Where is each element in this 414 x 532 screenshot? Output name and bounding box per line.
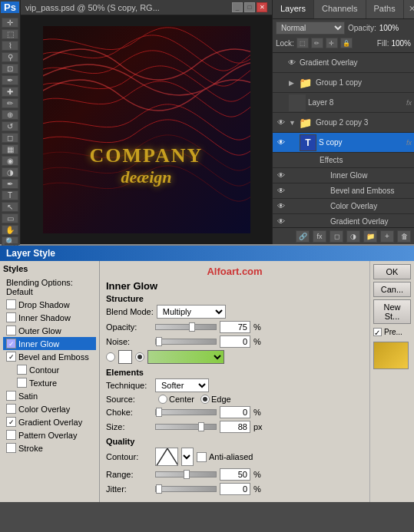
pen-tool[interactable]: ✒ — [2, 179, 18, 189]
eyedropper-tool[interactable]: ✒ — [2, 75, 18, 85]
eye-icon[interactable]: 👁 — [286, 57, 298, 69]
tab-paths[interactable]: Paths — [366, 0, 404, 18]
tab-channels[interactable]: Channels — [314, 0, 366, 18]
gradient-tool[interactable]: ▦ — [2, 144, 18, 154]
jitter-thumb[interactable] — [156, 484, 162, 494]
choke-input[interactable] — [220, 406, 250, 418]
opacity-thumb[interactable] — [189, 322, 195, 332]
style-item-outer-glow[interactable]: Outer Glow — [3, 324, 96, 337]
contour-picker[interactable] — [155, 448, 178, 466]
new-group-button[interactable]: 📁 — [363, 230, 377, 243]
shape-tool[interactable]: ▭ — [2, 213, 18, 223]
new-style-button[interactable]: New St... — [373, 299, 411, 324]
edge-radio[interactable] — [200, 395, 210, 404]
list-item[interactable]: 👁 Inner Glow — [273, 168, 414, 183]
list-item[interactable]: 👁 Bevel and Emboss — [273, 183, 414, 199]
inner-glow-checkbox[interactable]: ✓ — [6, 339, 16, 349]
jitter-input[interactable] — [220, 483, 250, 495]
style-item-bevel[interactable]: ✓ Bevel and Emboss — [3, 350, 96, 363]
restore-button[interactable]: □ — [244, 2, 255, 12]
brush-tool[interactable]: ✏ — [2, 98, 18, 108]
gradient-radio[interactable] — [135, 352, 144, 362]
blend-mode-select[interactable]: Normal Multiply Screen — [276, 21, 345, 35]
source-center-option[interactable]: Center — [158, 395, 194, 404]
list-item[interactable]: 👁 Color Overlay — [273, 199, 414, 214]
lasso-tool[interactable]: ⌇ — [2, 41, 18, 51]
list-item[interactable]: 👁 Gradient Overlay — [273, 53, 414, 73]
style-item-pattern-overlay[interactable]: Pattern Overlay — [3, 428, 96, 441]
style-item-contour[interactable]: Contour — [3, 363, 96, 376]
pattern-overlay-checkbox[interactable] — [6, 430, 16, 440]
lock-paint[interactable]: ✏ — [311, 38, 323, 48]
blend-mode-dropdown[interactable]: Multiply Normal Screen — [157, 305, 226, 319]
style-item-texture[interactable]: Texture — [3, 376, 96, 389]
texture-checkbox[interactable] — [17, 378, 27, 388]
range-thumb[interactable] — [184, 470, 190, 479]
lock-transparency[interactable]: ⬚ — [296, 38, 309, 48]
eye-icon[interactable] — [275, 154, 287, 167]
new-layer-button[interactable]: + — [380, 230, 394, 243]
minimize-button[interactable]: _ — [232, 2, 243, 12]
select-tool[interactable]: ⬚ — [2, 29, 18, 39]
style-item-drop-shadow[interactable]: Drop Shadow — [3, 298, 96, 311]
link-layers-button[interactable]: 🔗 — [296, 230, 310, 243]
background-color[interactable] — [5, 243, 20, 245]
range-slider[interactable] — [155, 471, 217, 477]
ok-button[interactable]: OK — [373, 264, 411, 279]
opacity-input[interactable] — [220, 321, 250, 333]
range-input[interactable] — [220, 468, 250, 481]
eye-icon[interactable]: 👁 — [275, 170, 287, 182]
expand-icon[interactable]: ▶ — [289, 79, 296, 87]
eye-icon[interactable]: 👁 — [275, 137, 287, 149]
tab-layers[interactable]: Layers — [273, 0, 314, 18]
delete-layer-button[interactable]: 🗑 — [397, 230, 411, 243]
dodge-tool[interactable]: ◑ — [2, 167, 18, 177]
style-item-blending[interactable]: Blending Options: Default — [3, 276, 96, 298]
cancel-button[interactable]: Can... — [373, 282, 411, 297]
expand-icon[interactable]: ▼ — [289, 119, 296, 127]
contour-checkbox[interactable] — [17, 365, 27, 375]
noise-slider[interactable] — [155, 339, 217, 345]
jitter-slider[interactable] — [155, 486, 217, 492]
style-item-color-overlay[interactable]: Color Overlay — [3, 402, 96, 415]
color-overlay-checkbox[interactable] — [6, 404, 16, 414]
text-tool[interactable]: T — [2, 190, 18, 200]
size-slider[interactable] — [155, 424, 217, 430]
panel-close[interactable]: ✕ — [404, 0, 414, 18]
hand-tool[interactable]: ✋ — [2, 225, 18, 235]
opacity-slider[interactable] — [155, 324, 217, 330]
list-item[interactable]: Layer 8 fx — [273, 93, 414, 113]
preview-checkbox[interactable]: ✓ — [373, 328, 382, 336]
move-tool[interactable]: ✛ — [2, 18, 18, 28]
list-item[interactable]: 👁 Gradient Overlay — [273, 214, 414, 227]
list-item[interactable]: 👁 ▼ 📁 Group 2 copy 3 — [273, 113, 414, 133]
close-button[interactable]: ✕ — [257, 2, 267, 12]
contour-dropdown[interactable]: ▼ — [181, 448, 194, 466]
satin-checkbox[interactable] — [6, 391, 16, 401]
choke-thumb[interactable] — [156, 408, 162, 417]
healing-tool[interactable]: ✚ — [2, 87, 18, 97]
noise-input[interactable] — [220, 335, 250, 348]
bevel-checkbox[interactable]: ✓ — [6, 352, 16, 362]
clone-tool[interactable]: ⊕ — [2, 110, 18, 120]
add-style-button[interactable]: fx — [313, 230, 326, 243]
quick-select-tool[interactable]: ⚲ — [2, 52, 18, 62]
eye-icon[interactable]: 👁 — [275, 185, 287, 197]
eye-icon[interactable]: 👁 — [275, 117, 287, 129]
list-item[interactable]: ▶ 📁 Group 1 copy — [273, 73, 414, 93]
style-item-stroke[interactable]: Stroke — [3, 441, 96, 454]
gradient-overlay-checkbox[interactable]: ✓ — [6, 417, 16, 427]
solid-color-radio[interactable] — [106, 352, 115, 362]
anti-alias-checkbox[interactable] — [197, 452, 207, 462]
inner-shadow-checkbox[interactable] — [6, 312, 16, 322]
list-item[interactable]: Effects — [273, 153, 414, 168]
gradient-picker[interactable] — [147, 350, 224, 364]
stroke-checkbox[interactable] — [6, 443, 16, 453]
add-adjustment-button[interactable]: ◑ — [346, 230, 360, 243]
add-mask-button[interactable]: ◻ — [330, 230, 343, 243]
size-thumb[interactable] — [198, 422, 204, 431]
eraser-tool[interactable]: ◻ — [2, 133, 18, 143]
technique-dropdown[interactable]: Softer Precise — [155, 378, 209, 392]
style-item-inner-shadow[interactable]: Inner Shadow — [3, 311, 96, 324]
outer-glow-checkbox[interactable] — [6, 325, 16, 335]
